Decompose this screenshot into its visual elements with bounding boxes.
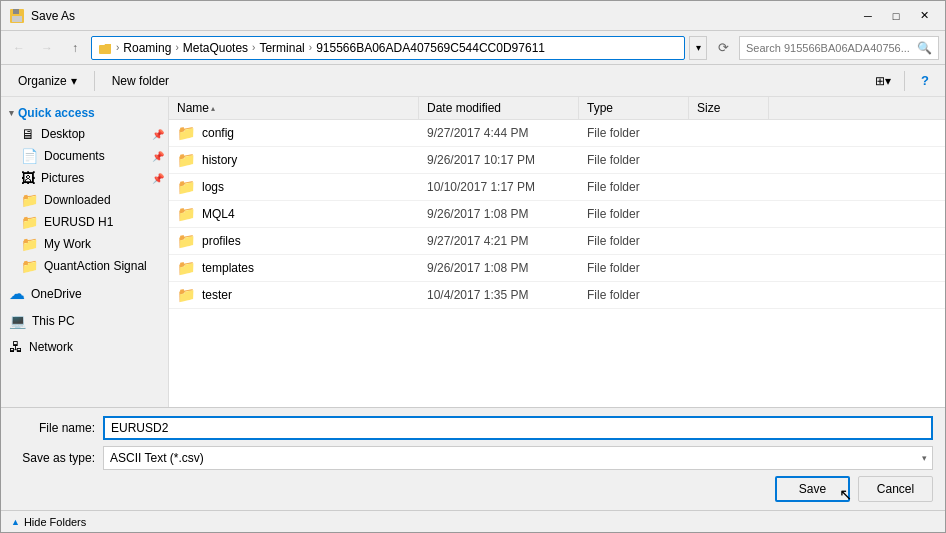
search-input[interactable] <box>746 42 917 54</box>
maximize-button[interactable]: □ <box>883 6 909 26</box>
folder-nav-icon <box>98 41 112 55</box>
sidebar-item-downloaded[interactable]: 📁 Downloaded <box>1 189 168 211</box>
cancel-button[interactable]: Cancel <box>858 476 933 502</box>
col-header-type[interactable]: Type <box>579 97 689 119</box>
sidebar-item-mywork[interactable]: 📁 My Work <box>1 233 168 255</box>
close-button[interactable]: ✕ <box>911 6 937 26</box>
sidebar-item-onedrive[interactable]: ☁ OneDrive <box>1 281 168 306</box>
file-name: MQL4 <box>202 207 235 221</box>
table-row[interactable]: 📁 config 9/27/2017 4:44 PM File folder <box>169 120 945 147</box>
back-button[interactable]: ← <box>7 36 31 60</box>
search-icon: 🔍 <box>917 41 932 55</box>
table-row[interactable]: 📁 tester 10/4/2017 1:35 PM File folder <box>169 282 945 309</box>
sidebar-item-eurusd[interactable]: 📁 EURUSD H1 <box>1 211 168 233</box>
downloaded-label: Downloaded <box>44 193 111 207</box>
sidebar-item-thispc[interactable]: 💻 This PC <box>1 310 168 332</box>
sidebar-item-quantaction[interactable]: 📁 QuantAction Signal <box>1 255 168 277</box>
sidebar-item-documents[interactable]: 📄 Documents 📌 <box>1 145 168 167</box>
folder-icon: 📁 <box>177 259 196 277</box>
organize-button[interactable]: Organize ▾ <box>9 69 86 93</box>
savetype-row: Save as type: ASCII Text (*.csv)CSV (*.c… <box>13 446 933 470</box>
file-name-cell: 📁 history <box>169 147 419 173</box>
toolbar: Organize ▾ New folder ⊞ ▾ ? <box>1 65 945 97</box>
sidebar-item-desktop[interactable]: 🖥 Desktop 📌 <box>1 123 168 145</box>
col-header-date[interactable]: Date modified <box>419 97 579 119</box>
dialog-title: Save As <box>31 9 855 23</box>
address-path[interactable]: › Roaming › MetaQuotes › Terminal › 9155… <box>91 36 685 60</box>
svg-rect-1 <box>13 9 19 14</box>
sidebar-item-pictures[interactable]: 🖼 Pictures 📌 <box>1 167 168 189</box>
new-folder-button[interactable]: New folder <box>103 69 178 93</box>
pictures-label: Pictures <box>41 171 84 185</box>
breadcrumb-roaming[interactable]: Roaming <box>123 41 171 55</box>
forward-button[interactable]: → <box>35 36 59 60</box>
folder-icon: 📁 <box>177 205 196 223</box>
breadcrumb-metaquotes[interactable]: MetaQuotes <box>183 41 248 55</box>
search-box[interactable]: 🔍 <box>739 36 939 60</box>
up-button[interactable]: ↑ <box>63 36 87 60</box>
address-dropdown[interactable]: ▾ <box>689 36 707 60</box>
file-size-cell <box>689 156 769 164</box>
filename-input[interactable] <box>103 416 933 440</box>
eurusd-label: EURUSD H1 <box>44 215 113 229</box>
col-header-size[interactable]: Size <box>689 97 769 119</box>
sort-arrow: ▴ <box>211 104 215 113</box>
sidebar-item-network[interactable]: 🖧 Network <box>1 336 168 358</box>
onedrive-icon: ☁ <box>9 284 25 303</box>
file-type-cell: File folder <box>579 122 689 144</box>
pictures-icon: 🖼 <box>21 170 35 186</box>
folder-icon: 📁 <box>177 232 196 250</box>
save-button[interactable]: Save ↖ <box>775 476 850 502</box>
folder-icon: 📁 <box>177 151 196 169</box>
file-type-cell: File folder <box>579 257 689 279</box>
save-as-icon <box>9 8 25 24</box>
savetype-select[interactable]: ASCII Text (*.csv)CSV (*.csv)Text (*.txt… <box>103 446 933 470</box>
table-row[interactable]: 📁 profiles 9/27/2017 4:21 PM File folder <box>169 228 945 255</box>
refresh-button[interactable]: ⟳ <box>711 36 735 60</box>
table-row[interactable]: 📁 templates 9/26/2017 1:08 PM File folde… <box>169 255 945 282</box>
file-date-cell: 9/26/2017 10:17 PM <box>419 149 579 171</box>
toolbar-separator <box>94 71 95 91</box>
file-date-cell: 10/10/2017 1:17 PM <box>419 176 579 198</box>
file-name: logs <box>202 180 224 194</box>
file-name-cell: 📁 tester <box>169 282 419 308</box>
breadcrumb-guid[interactable]: 915566BA06ADA407569C544CC0D97611 <box>316 41 545 55</box>
view-icon: ⊞ <box>875 74 885 88</box>
file-rows: 📁 config 9/27/2017 4:44 PM File folder 📁… <box>169 120 945 309</box>
file-list-header: Name ▴ Date modified Type Size <box>169 97 945 120</box>
file-date-cell: 10/4/2017 1:35 PM <box>419 284 579 306</box>
minimize-button[interactable]: ─ <box>855 6 881 26</box>
table-row[interactable]: 📁 history 9/26/2017 10:17 PM File folder <box>169 147 945 174</box>
folder-icon: 📁 <box>177 286 196 304</box>
hide-folders-button[interactable]: ▲ Hide Folders <box>11 516 86 528</box>
file-name-cell: 📁 logs <box>169 174 419 200</box>
bottom-bar: File name: Save as type: ASCII Text (*.c… <box>1 407 945 510</box>
pin-icon: 📌 <box>152 129 164 140</box>
documents-label: Documents <box>44 149 105 163</box>
status-bar: ▲ Hide Folders <box>1 510 945 532</box>
file-size-cell <box>689 210 769 218</box>
file-date-cell: 9/26/2017 1:08 PM <box>419 257 579 279</box>
main-area: ▾ Quick access 🖥 Desktop 📌 📄 Documents 📌… <box>1 97 945 407</box>
network-icon: 🖧 <box>9 339 23 355</box>
file-type-cell: File folder <box>579 203 689 225</box>
address-bar: ← → ↑ › Roaming › MetaQuotes › Terminal … <box>1 31 945 65</box>
mywork-label: My Work <box>44 237 91 251</box>
view-button[interactable]: ⊞ ▾ <box>870 69 896 93</box>
file-size-cell <box>689 237 769 245</box>
col-header-name[interactable]: Name ▴ <box>169 97 419 119</box>
svg-rect-3 <box>99 45 111 54</box>
table-row[interactable]: 📁 MQL4 9/26/2017 1:08 PM File folder <box>169 201 945 228</box>
breadcrumb-terminal[interactable]: Terminal <box>259 41 304 55</box>
savetype-label: Save as type: <box>13 451 103 465</box>
help-button[interactable]: ? <box>913 69 937 93</box>
quick-access-header[interactable]: ▾ Quick access <box>1 103 168 123</box>
eurusd-icon: 📁 <box>21 214 38 230</box>
file-name-cell: 📁 MQL4 <box>169 201 419 227</box>
title-bar: Save As ─ □ ✕ <box>1 1 945 31</box>
file-size-cell <box>689 183 769 191</box>
hide-folders-chevron: ▲ <box>11 517 20 527</box>
table-row[interactable]: 📁 logs 10/10/2017 1:17 PM File folder <box>169 174 945 201</box>
onedrive-label: OneDrive <box>31 287 82 301</box>
quick-access-label: Quick access <box>18 106 95 120</box>
